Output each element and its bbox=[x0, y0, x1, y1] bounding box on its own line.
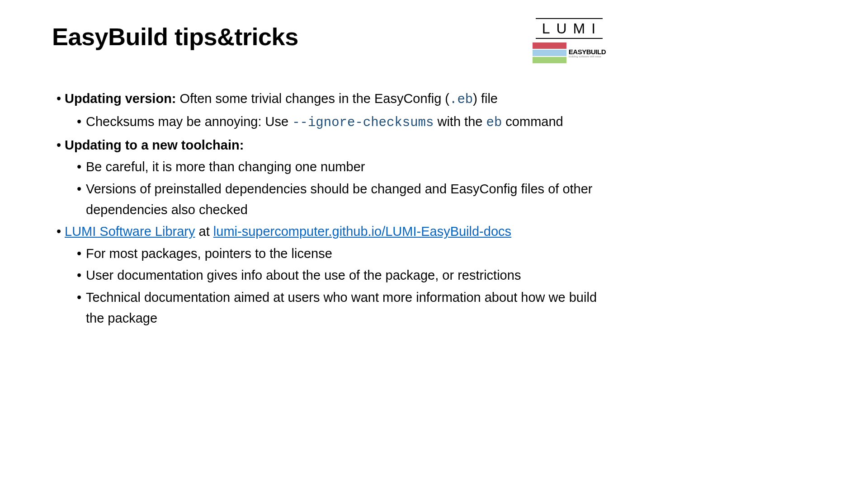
bullet-3-sub-3: • Technical documentation aimed at users… bbox=[75, 287, 606, 329]
bullet-3: • LUMI Software Library at lumi-supercom… bbox=[52, 221, 606, 242]
lumi-easybuild-docs-link[interactable]: lumi-supercomputer.github.io/LUMI-EasyBu… bbox=[213, 224, 511, 239]
bullet-1-sub-1: • Checksums may be annoying: Use --ignor… bbox=[75, 111, 606, 133]
bullet-2-sub-1: • Be careful, it is more than changing o… bbox=[75, 156, 606, 177]
eb-bar-red bbox=[533, 42, 566, 49]
bullet-2-sub-2: • Versions of preinstalled dependencies … bbox=[75, 178, 606, 221]
lumi-logo: LUMI bbox=[536, 18, 603, 39]
bullet-1: • Updating version: Often some trivial c… bbox=[52, 88, 606, 110]
bullet-2: • Updating to a new toolchain: bbox=[52, 135, 606, 155]
bullet-3-sub-2: • User documentation gives info about th… bbox=[75, 265, 606, 286]
slide-title: EasyBuild tips&tricks bbox=[52, 23, 298, 51]
eb-bar-blue bbox=[533, 50, 566, 56]
eb-logo-text: EASYBUILD bbox=[569, 48, 606, 55]
eb-bar-green bbox=[533, 57, 566, 63]
easybuild-logo: EASYBUILD building software with ease bbox=[533, 42, 606, 63]
bullet-3-sub-1: • For most packages, pointers to the lic… bbox=[75, 243, 606, 264]
lumi-software-library-link[interactable]: LUMI Software Library bbox=[65, 224, 195, 239]
logo-area: LUMI EASYBUILD building software with ea… bbox=[533, 18, 606, 63]
slide-content: • Updating version: Often some trivial c… bbox=[52, 88, 606, 328]
eb-logo-subtext: building software with ease bbox=[569, 55, 601, 58]
